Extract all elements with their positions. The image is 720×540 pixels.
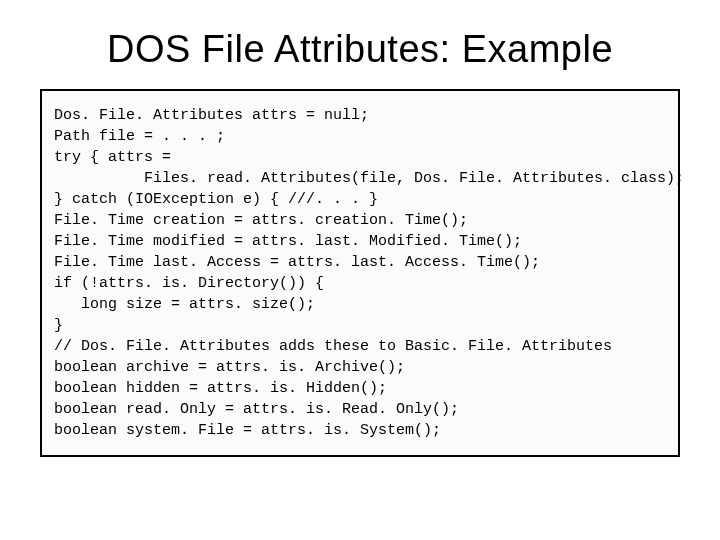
code-line: Files. read. Attributes(file, Dos. File.… (54, 168, 666, 189)
code-line: boolean archive = attrs. is. Archive(); (54, 357, 666, 378)
code-line: Dos. File. Attributes attrs = null; (54, 105, 666, 126)
code-line: File. Time creation = attrs. creation. T… (54, 210, 666, 231)
code-line: try { attrs = (54, 147, 666, 168)
code-line: } catch (IOException e) { ///. . . } (54, 189, 666, 210)
code-line: File. Time modified = attrs. last. Modif… (54, 231, 666, 252)
page-title: DOS File Attributes: Example (40, 28, 680, 71)
code-line: // Dos. File. Attributes adds these to B… (54, 336, 666, 357)
code-line: if (!attrs. is. Directory()) { (54, 273, 666, 294)
code-line: } (54, 315, 666, 336)
code-line: boolean read. Only = attrs. is. Read. On… (54, 399, 666, 420)
code-line: boolean hidden = attrs. is. Hidden(); (54, 378, 666, 399)
slide: DOS File Attributes: Example Dos. File. … (0, 0, 720, 540)
code-line: boolean system. File = attrs. is. System… (54, 420, 666, 441)
code-line: long size = attrs. size(); (54, 294, 666, 315)
code-line: Path file = . . . ; (54, 126, 666, 147)
code-block: Dos. File. Attributes attrs = null;Path … (40, 89, 680, 457)
code-line: File. Time last. Access = attrs. last. A… (54, 252, 666, 273)
